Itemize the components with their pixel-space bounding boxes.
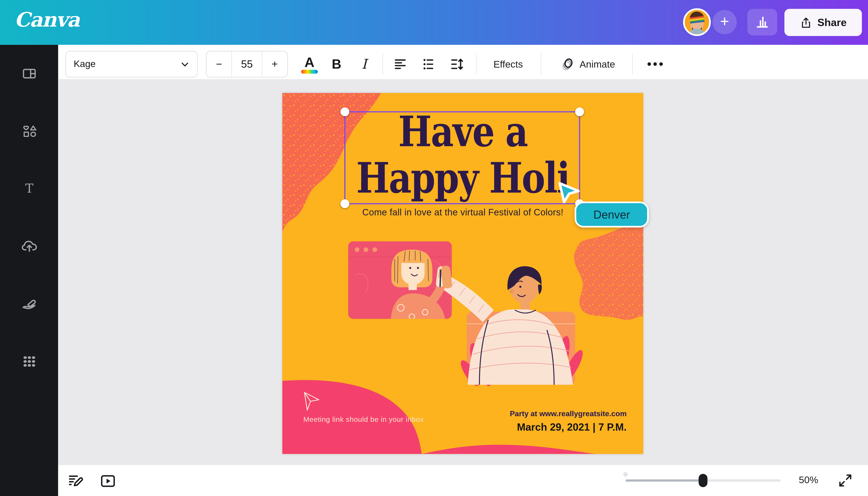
text-color-letter: A <box>305 55 314 68</box>
sidebar-item-apps[interactable] <box>0 342 58 382</box>
draw-pen-icon <box>21 296 37 312</box>
align-left-icon <box>393 57 407 72</box>
canva-editor: Canva + <box>0 0 868 496</box>
uploads-cloud-icon <box>21 238 37 254</box>
zoom-slider-fill <box>625 479 703 482</box>
selection-handle-top-left[interactable] <box>340 107 349 116</box>
share-upload-icon <box>800 16 812 29</box>
sidebar-item-draw[interactable] <box>0 284 58 324</box>
canva-logo[interactable]: Canva <box>14 8 79 31</box>
font-size-value[interactable]: 55 <box>232 51 262 77</box>
rainbow-color-bar <box>301 69 318 73</box>
sidebar-item-text[interactable]: T <box>0 169 58 208</box>
font-size-decrease-button[interactable]: − <box>206 51 232 77</box>
sidebar-item-uploads[interactable] <box>0 227 58 266</box>
line-spacing-button[interactable] <box>446 51 468 78</box>
notes-icon <box>67 473 84 490</box>
poster-date-line[interactable]: March 29, 2021 | 7 P.M. <box>517 421 627 433</box>
zoom-slider-knob[interactable] <box>699 474 708 487</box>
zoom-slider[interactable] <box>625 479 780 482</box>
apps-grid-icon <box>21 354 37 369</box>
toolbar-divider <box>383 53 383 75</box>
bottom-bar: 50% <box>58 465 868 496</box>
font-size-stepper: − 55 + <box>206 51 288 78</box>
text-align-button[interactable] <box>389 51 412 78</box>
spacing-icon <box>450 57 464 72</box>
object-panel-sidebar: T <box>0 45 58 496</box>
bulleted-list-button[interactable] <box>418 51 440 78</box>
selection-handle-bottom-left[interactable] <box>340 199 349 208</box>
fullscreen-icon[interactable] <box>838 473 853 489</box>
more-options-button[interactable]: ••• <box>639 51 672 78</box>
effects-label: Effects <box>493 58 523 70</box>
text-selection-box[interactable] <box>344 111 580 204</box>
selection-handle-top-right[interactable] <box>575 107 584 116</box>
list-icon <box>422 57 436 72</box>
bold-button[interactable]: B <box>327 51 346 78</box>
zoom-fit-marker[interactable] <box>623 472 628 477</box>
effects-button[interactable]: Effects <box>483 51 533 78</box>
share-label: Share <box>817 16 847 29</box>
toolbar-divider <box>476 53 477 75</box>
zoom-level[interactable]: 50% <box>799 475 818 486</box>
font-family-value: Kage <box>74 59 96 69</box>
animate-label: Animate <box>579 58 615 70</box>
design-panels-icon <box>21 66 37 81</box>
presentation-play-icon <box>99 473 116 490</box>
sidebar-item-elements[interactable] <box>0 111 58 151</box>
create-design-button[interactable]: + <box>712 10 737 34</box>
sidebar-item-design[interactable] <box>0 53 58 93</box>
svg-text:T: T <box>25 181 33 196</box>
toolbar-divider <box>632 53 633 75</box>
font-size-increase-button[interactable]: + <box>262 51 287 77</box>
poster-meeting-note[interactable]: Meeting link should be in your inbox <box>304 415 424 423</box>
collaborator-name-badge: Denver <box>575 202 649 228</box>
bar-chart-icon <box>755 15 770 29</box>
orange-texture-blob-right <box>574 226 643 320</box>
chevron-down-icon <box>181 60 189 68</box>
italic-button[interactable]: I <box>355 51 374 78</box>
text-tool-icon: T <box>21 181 37 197</box>
present-button[interactable] <box>99 472 117 490</box>
font-family-select[interactable]: Kage <box>65 51 198 78</box>
text-toolbar: Kage − 55 + A B I <box>58 45 868 80</box>
app-header: Canva + <box>0 0 868 45</box>
poster-party-line[interactable]: Party at www.reallygreatsite.com <box>510 409 626 418</box>
toolbar-divider <box>541 53 541 75</box>
animate-icon <box>560 57 575 72</box>
avatar[interactable] <box>683 9 711 36</box>
design-canvas-page[interactable]: Come fall in love at the virtual Festiva… <box>282 93 644 454</box>
share-button[interactable]: Share <box>785 9 862 36</box>
text-color-button[interactable]: A <box>299 51 320 78</box>
paper-plane-icon <box>302 391 321 412</box>
animate-button[interactable]: Animate <box>548 51 626 78</box>
notes-button[interactable] <box>67 472 85 490</box>
elements-shapes-icon <box>21 123 37 139</box>
insights-button[interactable] <box>747 9 777 35</box>
avatar-image <box>685 10 709 34</box>
